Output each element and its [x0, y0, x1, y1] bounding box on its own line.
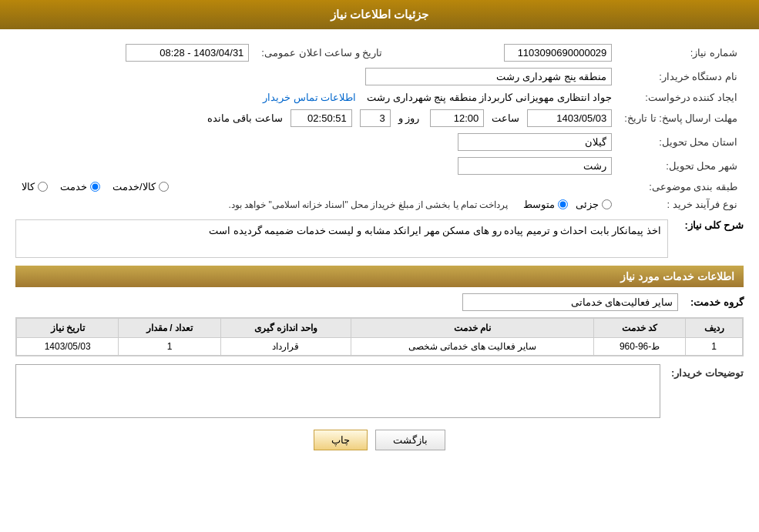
niyaz-number-value [405, 41, 618, 65]
radio-kk-label[interactable]: کالا/خدمت [113, 181, 169, 192]
radio-kala-label[interactable]: کالا [22, 181, 48, 192]
niyaz-number-label: شماره نیاز: [618, 41, 744, 65]
description-textarea[interactable] [15, 364, 660, 418]
shahr-value [15, 154, 618, 178]
cell-qty: 1 [119, 338, 220, 356]
sharh-box: اخذ پیمانکار بابت احداث و ترمیم پیاده رو… [15, 219, 668, 258]
description-label: توضیحات خریدار: [667, 364, 744, 379]
col-code: کد خدمت [593, 319, 685, 338]
mohlat-date-input[interactable] [527, 109, 612, 127]
tabaghebandi-label: طبقه بندی موضوعی: [618, 178, 744, 196]
mohlat-remaining-label: ساعت باقی مانده [207, 112, 282, 124]
table-body: 1 ط-96-960 سایر فعالیت های خدماتی شخصی ق… [17, 338, 743, 356]
dastgah-label: نام دستگاه خریدار: [618, 65, 744, 89]
radio-khadamat[interactable] [90, 182, 100, 192]
mohlat-day-label: روز و [398, 112, 420, 124]
radio-kk[interactable] [159, 182, 169, 192]
shahr-label: شهر محل تحویل: [618, 154, 744, 178]
description-row: توضیحات خریدار: [15, 364, 744, 418]
cell-date: 1403/05/03 [17, 338, 119, 356]
row-process: نوع فرآیند خرید : جزئی متوسط پرداخت تمام… [15, 196, 744, 213]
table-row: 1 ط-96-960 سایر فعالیت های خدماتی شخصی ق… [17, 338, 743, 356]
niyaz-number-input[interactable] [504, 44, 612, 62]
creator-value: جواد انتظاری مهویزانی کاربرداز منطقه پنج… [367, 92, 612, 103]
dastgah-input[interactable] [365, 68, 612, 85]
mohlat-time-label: ساعت [492, 112, 519, 124]
page-wrapper: جزئیات اطلاعات نیاز شماره نیاز: تاریخ و … [0, 0, 759, 532]
radio-motavaset-text: متوسط [523, 199, 555, 210]
sharh-text: اخذ پیمانکار بابت احداث و ترمیم پیاده رو… [209, 225, 661, 236]
ostan-input[interactable] [458, 133, 612, 151]
row-creator: ایجاد کننده درخواست: جواد انتظاری مهویزا… [15, 89, 744, 106]
radio-kala[interactable] [38, 182, 48, 192]
row-mohlat: مهلت ارسال پاسخ: تا تاریخ: ساعت روز و سا… [15, 106, 744, 130]
col-radif: ردیف [686, 319, 743, 338]
table-header-row: ردیف کد خدمت نام خدمت واحد اندازه گیری ت… [17, 319, 743, 338]
cell-radif: 1 [686, 338, 743, 356]
radio-motavaset[interactable] [558, 199, 568, 209]
process-area: جزئی متوسط پرداخت تمام یا بخشی از مبلغ خ… [15, 196, 618, 213]
dastgah-value [15, 65, 618, 89]
back-button[interactable]: بازگشت [375, 430, 445, 450]
group-label: گروه خدمت: [690, 296, 744, 308]
mohlat-label: مهلت ارسال پاسخ: تا تاریخ: [618, 106, 744, 130]
radio-jozvi-text: جزئی [576, 199, 599, 210]
row-shahr: شهر محل تحویل: [15, 154, 744, 178]
col-name: نام خدمت [351, 319, 594, 338]
cell-name: سایر فعالیت های خدماتی شخصی [351, 338, 594, 356]
radio-jozvi[interactable] [602, 199, 612, 209]
print-button[interactable]: چاپ [314, 430, 368, 450]
services-table-container: ردیف کد خدمت نام خدمت واحد اندازه گیری ت… [15, 317, 744, 356]
creator-link[interactable]: اطلاعات تماس خریدار [263, 92, 356, 103]
date-label: تاریخ و ساعت اعلان عمومی: [255, 41, 405, 65]
mohlat-day-input[interactable] [360, 109, 391, 127]
row-tabaghebandi: طبقه بندی موضوعی: کالا خدمت [15, 178, 744, 196]
content-area: شماره نیاز: تاریخ و ساعت اعلان عمومی: نا… [0, 29, 759, 473]
radio-kk-text: کالا/خدمت [113, 181, 156, 192]
ostan-value [15, 130, 618, 154]
table-head: ردیف کد خدمت نام خدمت واحد اندازه گیری ت… [17, 319, 743, 338]
date-input[interactable] [126, 44, 249, 62]
sharh-label: شرح کلی نیاز: [674, 219, 744, 231]
creator-label: ایجاد کننده درخواست: [618, 89, 744, 106]
cell-code: ط-96-960 [593, 338, 685, 356]
group-input[interactable] [462, 293, 678, 311]
row-niyaz-number: شماره نیاز: تاریخ و ساعت اعلان عمومی: [15, 41, 744, 65]
services-table: ردیف کد خدمت نام خدمت واحد اندازه گیری ت… [16, 318, 743, 356]
row-ostan: استان محل تحویل: [15, 130, 744, 154]
mohlat-time-input[interactable] [430, 109, 484, 127]
col-date: تاریخ نیاز [17, 319, 119, 338]
radio-khadamat-label[interactable]: خدمت [60, 181, 100, 192]
radio-motavaset-label[interactable]: متوسط [523, 199, 568, 210]
process-note: پرداخت تمام یا بخشی از مبلغ خریداز محل "… [228, 199, 508, 210]
creator-area: جواد انتظاری مهویزانی کاربرداز منطقه پنج… [15, 89, 618, 106]
mohlat-remaining-input[interactable] [291, 109, 352, 127]
col-qty: تعداد / مقدار [119, 319, 220, 338]
page-header: جزئیات اطلاعات نیاز [0, 0, 759, 29]
group-row: گروه خدمت: [15, 293, 744, 311]
radio-jozvi-label[interactable]: جزئی [576, 199, 612, 210]
radio-kala-text: کالا [22, 181, 35, 192]
buttons-row: بازگشت چاپ [15, 430, 744, 450]
mohlat-area: ساعت روز و ساعت باقی مانده [15, 106, 618, 130]
col-unit: واحد اندازه گیری [220, 319, 351, 338]
cell-unit: قرارداد [220, 338, 351, 356]
ostan-label: استان محل تحویل: [618, 130, 744, 154]
tabaghebandi-radios: کالا خدمت کالا/خدمت [15, 178, 618, 196]
page-title: جزئیات اطلاعات نیاز [331, 8, 428, 21]
khadamat-header: اطلاعات خدمات مورد نیاز [15, 266, 744, 287]
radio-khadamat-text: خدمت [60, 181, 87, 192]
sharh-row: شرح کلی نیاز: اخذ پیمانکار بابت احداث و … [15, 219, 744, 258]
shahr-input[interactable] [458, 157, 612, 175]
process-label: نوع فرآیند خرید : [618, 196, 744, 213]
date-value [15, 41, 255, 65]
main-info-table: شماره نیاز: تاریخ و ساعت اعلان عمومی: نا… [15, 41, 744, 213]
row-dastgah: نام دستگاه خریدار: [15, 65, 744, 89]
